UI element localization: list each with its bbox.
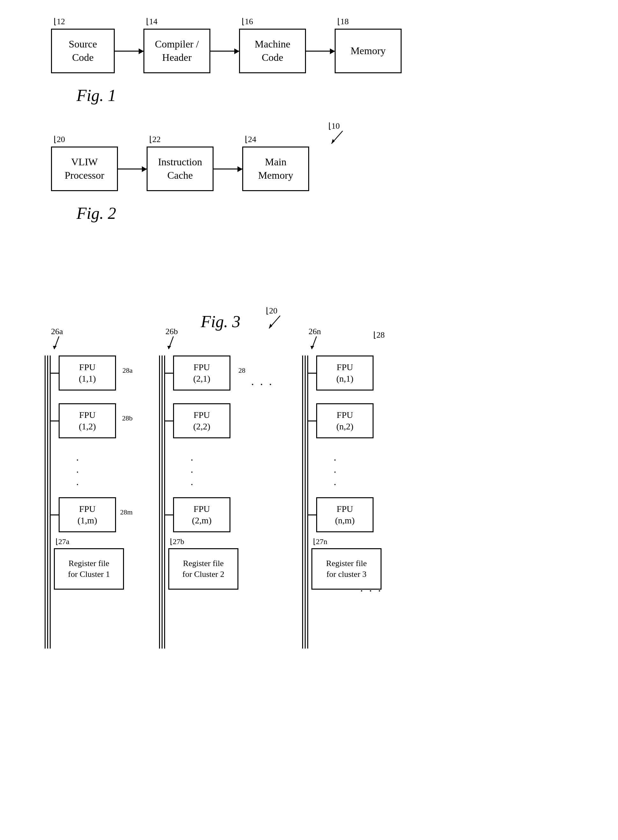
register-a-group: ⌊27a Register filefor Cluster 1 (54, 548, 124, 590)
cluster-a-fpus: FPU(1,1) 28a FPU(1,2) 28b (51, 356, 124, 590)
fpu-1-m-row: FPU(1,m) 28m (51, 497, 124, 532)
cluster-a: 26a (45, 346, 124, 649)
svg-marker-1 (331, 139, 335, 144)
fpu-1-1-ref: 28a (122, 366, 132, 375)
memory-box: Memory (335, 29, 402, 73)
cluster-n-section: 26n ⌊28 (302, 346, 382, 649)
cluster-n-dots: ... (334, 451, 382, 488)
figure-2-container: ⌊20 VLIWProcessor ⌊22 InstructionCache (25, 137, 593, 223)
cluster-n-fpus: FPU(n,1) FPU(n,2) (308, 356, 382, 590)
cluster-n-ref-28: ⌊28 (373, 330, 385, 340)
fig1-ref-12: ⌊12 (53, 16, 65, 27)
cluster-n-ref: 26n (309, 327, 324, 352)
figure-1-container: ⌊12 Source Code ⌊14 Compiler /Header ⌊16 (25, 19, 593, 105)
fig2-ref-24: ⌊24 (245, 135, 256, 144)
cluster-b-inner: FPU(2,1) 28 FPU(2,2) (159, 356, 238, 649)
main-memory-label: MainMemory (258, 156, 293, 182)
fpu-n-1-box: FPU(n,1) (316, 356, 374, 391)
fpu-n-2-box: FPU(n,2) (316, 403, 374, 438)
memory-label: Memory (351, 44, 386, 58)
fig3-ref-20-group: ⌊20 (266, 306, 285, 330)
fpu-1-1-row: FPU(1,1) 28a (51, 356, 124, 391)
register-b-group: ⌊27b Register filefor Cluster 2 (168, 548, 238, 590)
fig3-header: Fig. 3 ⌊20 (201, 312, 593, 336)
compiler-header-label: Compiler /Header (155, 38, 199, 64)
cluster-b-fpus: FPU(2,1) 28 FPU(2,2) (165, 356, 238, 590)
fig3-ref-20: ⌊20 (266, 306, 277, 316)
instruction-cache-label: InstructionCache (158, 156, 202, 182)
fpu-2-1-ref: 28 (238, 366, 245, 375)
svg-marker-5 (53, 346, 57, 349)
main-memory-box: MainMemory (242, 147, 309, 191)
register-a-ref: ⌊27a (55, 537, 70, 546)
cluster-a-inner: FPU(1,1) 28a FPU(1,2) 28b (45, 356, 124, 649)
fpu-n-1-label: FPU(n,1) (336, 361, 354, 385)
between-register-dots: . . . (360, 581, 382, 594)
fpu-2-2-box: FPU(2,2) (173, 403, 230, 438)
register-n-ref: ⌊27n (313, 537, 327, 546)
between-dots-1: . . . (251, 375, 273, 388)
fig1-ref-16: ⌊16 (242, 16, 253, 27)
fpu-1-m-label: FPU(1,m) (77, 503, 97, 527)
machine-code-label: MachineCode (255, 38, 290, 64)
cluster-n: 26n ⌊28 (302, 346, 382, 649)
register-b-box: Register filefor Cluster 2 (168, 548, 238, 590)
figure-3-container: Fig. 3 ⌊20 26a (25, 312, 593, 649)
register-b-label: Register filefor Cluster 2 (182, 558, 224, 580)
register-a-box: Register filefor Cluster 1 (54, 548, 124, 590)
fpu-n-2-row: FPU(n,2) (308, 403, 382, 438)
cluster-b-ref: 26b (165, 327, 181, 352)
fpu-2-m-label: FPU(2,m) (192, 503, 211, 527)
fig1-title: Fig. 1 (76, 86, 593, 105)
fig1-diagram: ⌊12 Source Code ⌊14 Compiler /Header ⌊16 (51, 29, 593, 73)
fpu-1-2-label: FPU(1,2) (79, 409, 96, 433)
source-code-box: Source Code (51, 29, 115, 73)
fpu-1-m-ref: 28m (120, 508, 132, 517)
fpu-2-2-label: FPU(2,2) (193, 409, 210, 433)
fig2-ref-22: ⌊22 (149, 135, 160, 144)
cluster-n-bus (302, 356, 308, 649)
fig2-title: Fig. 2 (76, 204, 593, 223)
fig1-ref-18: ⌊18 (337, 16, 349, 27)
register-b-ref: ⌊27b (170, 537, 184, 546)
fig2-arrow-1 (118, 169, 147, 169)
vliw-processor-label: VLIWProcessor (65, 156, 104, 182)
fpu-n-m-row: FPU(n,m) (308, 497, 382, 532)
register-a-label: Register filefor Cluster 1 (68, 558, 110, 580)
compiler-header-box: Compiler /Header (143, 29, 210, 73)
cluster-b-section: 26b (159, 346, 273, 649)
cluster-b-bus (159, 356, 165, 649)
source-code-label: Source Code (69, 38, 97, 64)
fpu-2-2-row: FPU(2,2) (165, 403, 238, 438)
vliw-processor-box: VLIWProcessor (51, 147, 118, 191)
fig2-arrow-2 (214, 169, 242, 169)
fpu-n-m-label: FPU(n,m) (335, 503, 354, 527)
fig2-ref-20: ⌊20 (53, 135, 65, 144)
fpu-2-1-row: FPU(2,1) 28 (165, 356, 238, 391)
cluster-a-dots: ... (76, 451, 124, 488)
fig2-ref-10-group: ⌊10 (328, 121, 348, 145)
cluster-b: 26b (159, 346, 238, 649)
cluster-b-dots: ... (190, 451, 238, 488)
fpu-2-1-box: FPU(2,1) 28 (173, 356, 230, 391)
fig3-title: Fig. 3 (201, 312, 240, 331)
fpu-n-m-box: FPU(n,m) (316, 497, 374, 532)
instruction-cache-box: InstructionCache (147, 147, 214, 191)
fpu-1-2-box: FPU(1,2) 28b (59, 403, 116, 438)
fig2-diagram: ⌊20 VLIWProcessor ⌊22 InstructionCache (51, 147, 593, 191)
fpu-n-1-row: FPU(n,1) (308, 356, 382, 391)
svg-marker-9 (310, 346, 314, 349)
cluster-n-inner: FPU(n,1) FPU(n,2) (302, 356, 382, 649)
fig1-arrow-1 (115, 50, 143, 52)
fpu-1-m-box: FPU(1,m) 28m (59, 497, 116, 532)
svg-marker-3 (269, 324, 272, 329)
fig1-arrow-2 (210, 50, 239, 52)
svg-marker-7 (167, 346, 171, 349)
fpu-1-2-ref: 28b (122, 414, 132, 423)
cluster-a-bus (45, 356, 51, 649)
register-n-label: Register filefor cluster 3 (326, 558, 367, 580)
fpu-2-m-box: FPU(2,m) (173, 497, 230, 532)
fig1-ref-14: ⌊14 (146, 16, 157, 27)
fpu-n-2-label: FPU(n,2) (336, 409, 354, 433)
cluster-a-ref: 26a (51, 327, 67, 352)
